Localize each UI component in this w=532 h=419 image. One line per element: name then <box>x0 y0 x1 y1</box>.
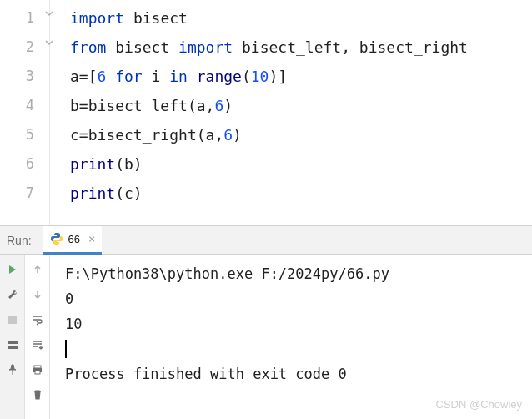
pin-icon[interactable] <box>4 361 21 378</box>
line-number: 2 <box>0 33 49 62</box>
line-number: 1 <box>0 3 49 33</box>
console-caret-line <box>65 336 532 361</box>
svg-rect-1 <box>8 341 18 344</box>
svg-rect-2 <box>8 346 18 349</box>
console-line: Process finished with exit code 0 <box>65 361 532 386</box>
run-label: Run: <box>7 234 32 247</box>
editor-area: 1 2 3 4 5 6 7 import bisect from bisect … <box>0 0 532 225</box>
python-icon <box>50 232 63 245</box>
run-tab-name: 66 <box>68 233 80 245</box>
fold-marker-icon[interactable] <box>44 8 54 18</box>
run-panel: Run: 66 × F:\Python38\python.exe F:/2024… <box>0 225 532 419</box>
svg-rect-5 <box>35 371 40 374</box>
line-number: 3 <box>0 62 49 91</box>
run-header: Run: 66 × <box>0 226 532 255</box>
trash-icon[interactable] <box>29 386 46 403</box>
layout-icon[interactable] <box>4 336 21 353</box>
code-line: a=[6 for i in range(10)] <box>70 62 532 91</box>
line-number: 7 <box>0 179 49 208</box>
code-line: from bisect import bisect_left, bisect_r… <box>70 33 532 62</box>
soft-wrap-icon[interactable] <box>29 311 46 328</box>
run-body: F:\Python38\python.exe F:/2024py/66.py 0… <box>0 255 532 419</box>
close-icon[interactable]: × <box>88 232 95 245</box>
code-line: c=bisect_right(a,6) <box>70 120 532 149</box>
code-line: b=bisect_left(a,6) <box>70 91 532 120</box>
stop-icon[interactable] <box>4 311 21 328</box>
rerun-icon[interactable] <box>4 261 21 278</box>
svg-rect-0 <box>8 316 17 324</box>
up-arrow-icon[interactable] <box>29 261 46 278</box>
code-line: import bisect <box>70 3 532 33</box>
console-line: F:\Python38\python.exe F:/2024py/66.py <box>65 261 532 286</box>
run-tab[interactable]: 66 × <box>43 226 103 255</box>
run-toolbar-primary <box>0 255 25 419</box>
line-gutter: 1 2 3 4 5 6 7 <box>0 0 50 225</box>
down-arrow-icon[interactable] <box>29 286 46 303</box>
code-pane[interactable]: import bisect from bisect import bisect_… <box>50 0 532 225</box>
code-line: print(c) <box>70 179 532 208</box>
print-icon[interactable] <box>29 361 46 378</box>
line-number: 5 <box>0 120 49 149</box>
fold-marker-icon[interactable] <box>44 38 54 48</box>
console-line: 10 <box>65 311 532 336</box>
run-toolbar-secondary <box>25 255 50 419</box>
watermark: CSDN @Chowley <box>436 398 523 411</box>
console-output[interactable]: F:\Python38\python.exe F:/2024py/66.py 0… <box>50 255 532 419</box>
caret-icon <box>65 340 67 358</box>
scroll-to-end-icon[interactable] <box>29 336 46 353</box>
svg-rect-3 <box>34 366 41 368</box>
line-number: 4 <box>0 91 49 120</box>
wrench-icon[interactable] <box>4 286 21 303</box>
console-line: 0 <box>65 286 532 311</box>
code-line: print(b) <box>70 149 532 179</box>
line-number: 6 <box>0 149 49 179</box>
